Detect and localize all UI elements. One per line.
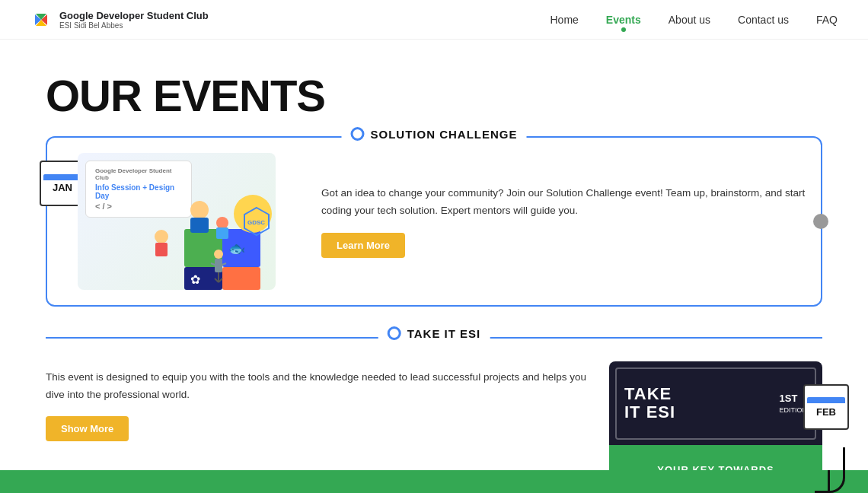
svg-point-15 (155, 230, 168, 243)
section-title-1: SOLUTION CHALLENGE (371, 128, 518, 141)
svg-text:GDSC: GDSC (247, 219, 265, 226)
navbar: Google Developer Student Club ESI Sidi B… (0, 0, 868, 40)
show-more-button[interactable]: Show More (46, 416, 129, 441)
nav-about[interactable]: About us (669, 14, 710, 26)
take-card-title: TAKEIT ESI (624, 385, 675, 421)
solution-challenge-section: SOLUTION CHALLENGE JAN Google Developer … (46, 136, 822, 307)
events-container: SOLUTION CHALLENGE JAN Google Developer … (0, 129, 868, 493)
section-dot-2 (388, 326, 401, 340)
svg-text:✿: ✿ (190, 273, 200, 286)
brand-subtitle: ESI Sidi Bel Abbes (59, 21, 209, 30)
svg-rect-16 (155, 243, 168, 256)
cal-month-feb: FEB (816, 406, 836, 418)
take-it-esi-label: TAKE IT ESI (378, 326, 490, 340)
take-card-top: TAKEIT ESI 1ST EDITION (609, 361, 822, 445)
svg-rect-11 (190, 218, 209, 233)
page-title-section: OUR EVENTS (0, 40, 868, 129)
brand: Google Developer Student Club ESI Sidi B… (30, 9, 209, 30)
event1-illustration: Google Developer Student Club Info Sessi… (78, 153, 276, 290)
nav-events[interactable]: Events (606, 14, 641, 26)
section-right-dot (813, 214, 828, 229)
info-card-logo: Google Developer Student Club (95, 167, 182, 181)
event2-info: This event is designed to equip you with… (46, 361, 586, 441)
cal-top-jan (43, 174, 81, 180)
nav-faq[interactable]: FAQ (816, 14, 838, 26)
page-title: OUR EVENTS (46, 70, 822, 121)
event2-description: This event is designed to equip you with… (46, 369, 586, 404)
event1-description: Got an idea to change your community? Jo… (321, 185, 806, 220)
cal-month-jan: JAN (53, 182, 72, 193)
event1-content: JAN Google Developer Student Club Info S… (62, 153, 806, 290)
solution-challenge-label: SOLUTION CHALLENGE (342, 127, 527, 141)
nav-home[interactable]: Home (550, 14, 579, 26)
svg-point-19 (214, 250, 223, 259)
section-title-2: TAKE IT ESI (407, 327, 481, 340)
nav-links: Home Events About us Contact us FAQ (550, 13, 838, 27)
event1-info: Got an idea to change your community? Jo… (321, 185, 806, 259)
section-dot (351, 127, 365, 141)
svg-rect-14 (216, 227, 228, 239)
calendar-feb: FEB (803, 384, 849, 430)
svg-text:🐟: 🐟 (228, 240, 246, 257)
svg-point-10 (190, 201, 209, 219)
nav-contact[interactable]: Contact us (738, 14, 789, 26)
event1-image-area: JAN Google Developer Student Club Info S… (62, 153, 306, 290)
cal-top-feb (807, 397, 845, 403)
learn-more-button[interactable]: Learn More (321, 233, 405, 258)
bottom-bar (0, 470, 868, 493)
svg-point-13 (216, 217, 228, 229)
brand-text: Google Developer Student Club ESI Sidi B… (59, 10, 209, 30)
brand-name: Google Developer Student Club (59, 10, 209, 21)
gdsc-logo (30, 9, 52, 30)
